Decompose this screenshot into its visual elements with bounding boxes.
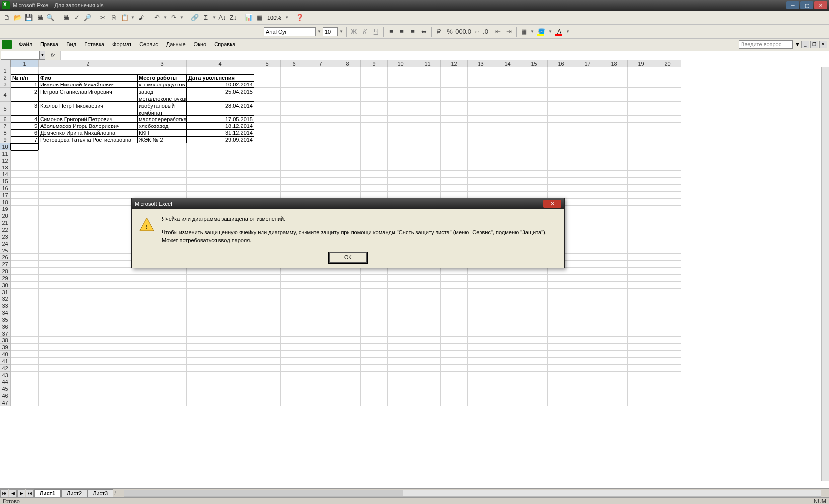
cell[interactable]: [468, 372, 494, 378]
cell[interactable]: [494, 365, 521, 372]
cell[interactable]: [441, 88, 468, 102]
cell[interactable]: [281, 302, 307, 309]
cell[interactable]: [414, 164, 441, 171]
cell[interactable]: [468, 129, 494, 136]
cell[interactable]: [334, 337, 361, 344]
cell[interactable]: [468, 378, 494, 385]
cell[interactable]: [334, 136, 361, 143]
cell[interactable]: [254, 337, 281, 344]
decrease-indent-icon[interactable]: ⇤: [493, 27, 503, 37]
cell[interactable]: [521, 268, 548, 275]
cell[interactable]: [468, 365, 494, 372]
cell[interactable]: [574, 212, 601, 219]
cell[interactable]: [187, 268, 254, 275]
cell[interactable]: [548, 392, 574, 399]
cell[interactable]: [11, 268, 39, 275]
cell[interactable]: [137, 302, 187, 309]
cell[interactable]: [187, 378, 254, 385]
hyperlink-icon[interactable]: 🔗: [190, 13, 200, 23]
cell[interactable]: [468, 275, 494, 282]
cell[interactable]: [521, 330, 548, 337]
cell[interactable]: [39, 385, 137, 392]
cell[interactable]: [494, 178, 521, 185]
cell[interactable]: [548, 302, 574, 309]
cell[interactable]: [361, 323, 388, 330]
cell[interactable]: [11, 157, 39, 164]
row-header[interactable]: 9: [0, 136, 11, 143]
new-icon[interactable]: 🗋: [2, 13, 12, 23]
cell[interactable]: [601, 323, 628, 330]
cell[interactable]: [654, 129, 681, 136]
cell[interactable]: [307, 136, 334, 143]
cell[interactable]: [654, 88, 681, 102]
row-header[interactable]: 15: [0, 178, 11, 185]
cell[interactable]: [187, 351, 254, 358]
cell[interactable]: [334, 302, 361, 309]
cell[interactable]: [361, 302, 388, 309]
cell[interactable]: [574, 102, 601, 116]
cell[interactable]: [601, 88, 628, 102]
cell[interactable]: [39, 206, 137, 212]
cell[interactable]: [137, 178, 187, 185]
cell[interactable]: [11, 240, 39, 247]
borders-dropdown[interactable]: ▼: [530, 29, 535, 34]
cell[interactable]: [628, 143, 654, 150]
tab-nav-first[interactable]: ⏮: [0, 489, 8, 497]
cell[interactable]: [548, 282, 574, 289]
row-header[interactable]: 36: [0, 323, 11, 330]
cell[interactable]: [11, 254, 39, 261]
cell[interactable]: [441, 302, 468, 309]
row-header[interactable]: 14: [0, 171, 11, 178]
paste-icon[interactable]: 📋: [120, 13, 130, 23]
cell[interactable]: [628, 392, 654, 399]
underline-icon[interactable]: Ч: [371, 27, 381, 37]
cell[interactable]: [187, 295, 254, 302]
cell[interactable]: [494, 282, 521, 289]
cell[interactable]: [654, 212, 681, 219]
cell[interactable]: 25.04.2015: [187, 88, 254, 102]
align-center-icon[interactable]: ≡: [397, 27, 407, 37]
cell[interactable]: [628, 123, 654, 129]
cell[interactable]: [628, 164, 654, 171]
cell[interactable]: [281, 309, 307, 316]
cell[interactable]: [654, 365, 681, 372]
cell[interactable]: [548, 116, 574, 123]
cell[interactable]: [361, 74, 388, 81]
cell[interactable]: [334, 309, 361, 316]
cell[interactable]: [11, 295, 39, 302]
cell[interactable]: [388, 337, 414, 344]
cell[interactable]: [334, 399, 361, 406]
cell[interactable]: [441, 185, 468, 192]
cell[interactable]: [601, 143, 628, 150]
cell[interactable]: [334, 185, 361, 192]
cell[interactable]: [628, 178, 654, 185]
align-right-icon[interactable]: ≡: [408, 27, 418, 37]
cell[interactable]: [494, 171, 521, 178]
cell[interactable]: [137, 143, 187, 150]
cell[interactable]: [307, 88, 334, 102]
cell[interactable]: [521, 157, 548, 164]
row-header[interactable]: 16: [0, 185, 11, 192]
cell[interactable]: [281, 150, 307, 157]
cell[interactable]: [334, 378, 361, 385]
tab-nav-next[interactable]: ▶: [17, 489, 25, 497]
cell[interactable]: [441, 129, 468, 136]
cell[interactable]: [414, 275, 441, 282]
column-header[interactable]: 14: [494, 60, 521, 67]
cell[interactable]: [414, 378, 441, 385]
cell[interactable]: [334, 150, 361, 157]
cell[interactable]: [39, 261, 137, 268]
row-header[interactable]: 29: [0, 275, 11, 282]
cell[interactable]: [388, 399, 414, 406]
cell[interactable]: [414, 365, 441, 372]
menu-файл[interactable]: Файл: [15, 41, 36, 48]
cell[interactable]: [628, 129, 654, 136]
cell[interactable]: [628, 351, 654, 358]
cell[interactable]: [254, 309, 281, 316]
cell[interactable]: [281, 123, 307, 129]
cell[interactable]: [187, 385, 254, 392]
cell[interactable]: [628, 358, 654, 365]
cell[interactable]: [254, 323, 281, 330]
cell[interactable]: [254, 289, 281, 295]
pivottable-icon[interactable]: ▦: [255, 13, 264, 23]
